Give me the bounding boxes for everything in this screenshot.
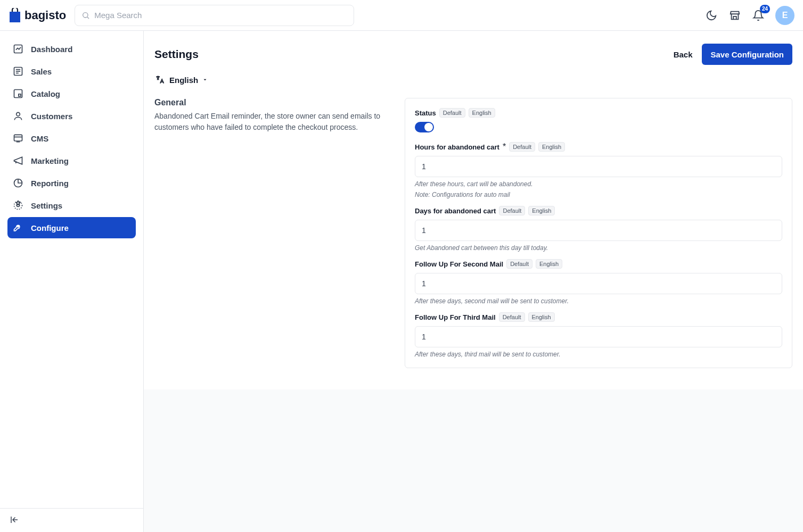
section-description: Abandoned Cart Email reminder, the store…	[154, 111, 383, 133]
scope-chip-default: Default	[499, 312, 525, 322]
settings-icon	[13, 200, 23, 211]
bag-icon	[9, 8, 21, 23]
save-configuration-button[interactable]: Save Configuration	[702, 44, 792, 65]
main-content: Settings Back Save Configuration English…	[144, 31, 803, 532]
notification-badge: 24	[760, 5, 770, 13]
svg-rect-9	[19, 94, 21, 96]
sidebar-item-label: Configure	[31, 223, 69, 232]
second-mail-help: After these days, second mail will be se…	[415, 297, 782, 305]
scope-chip-english: English	[538, 142, 565, 152]
header: bagisto 24 E	[0, 0, 803, 31]
svg-line-2	[87, 17, 89, 19]
search-input[interactable]	[94, 11, 347, 20]
status-label: Status	[415, 109, 436, 117]
scope-chip-english: English	[536, 259, 562, 269]
scope-chip-default: Default	[439, 108, 465, 118]
scope-chip-english: English	[528, 312, 555, 322]
dark-mode-toggle[interactable]	[705, 9, 718, 22]
svg-rect-0	[10, 12, 20, 22]
sidebar-item-marketing[interactable]: Marketing	[7, 150, 136, 171]
sidebar: Dashboard Sales Catalog Customers CMS Ma…	[0, 31, 144, 532]
days-input[interactable]	[415, 220, 782, 241]
required-marker: *	[503, 142, 506, 152]
sidebar-collapse-button[interactable]	[10, 515, 20, 526]
notifications-button[interactable]: 24	[752, 9, 765, 22]
search-icon	[81, 11, 90, 20]
sidebar-item-catalog[interactable]: Catalog	[7, 83, 136, 104]
store-switcher[interactable]	[728, 9, 741, 22]
hours-label: Hours for abandoned cart	[415, 143, 499, 151]
sales-icon	[13, 66, 23, 77]
sidebar-item-customers[interactable]: Customers	[7, 105, 136, 127]
translate-icon	[154, 74, 165, 85]
section-title: General	[154, 98, 383, 107]
marketing-icon	[13, 155, 23, 166]
scope-chip-english: English	[469, 108, 495, 118]
back-button[interactable]: Back	[674, 50, 693, 59]
days-label: Days for abandoned cart	[415, 207, 496, 215]
catalog-icon	[13, 88, 23, 99]
sidebar-item-label: Catalog	[31, 89, 60, 98]
customers-icon	[13, 111, 23, 121]
sidebar-item-label: CMS	[31, 134, 48, 143]
cms-icon	[13, 133, 23, 144]
svg-point-16	[14, 202, 22, 210]
third-mail-label: Follow Up For Third Mail	[415, 313, 496, 321]
svg-rect-11	[14, 135, 22, 141]
sidebar-item-label: Dashboard	[31, 45, 72, 54]
store-icon	[729, 10, 741, 21]
language-label: English	[169, 76, 198, 85]
sidebar-item-settings[interactable]: Settings	[7, 195, 136, 216]
sidebar-item-label: Settings	[31, 201, 62, 210]
sidebar-item-label: Sales	[31, 67, 52, 76]
scope-chip-default: Default	[499, 206, 525, 215]
third-mail-input[interactable]	[415, 326, 782, 347]
dashboard-icon	[13, 44, 23, 54]
page-title: Settings	[154, 48, 199, 61]
second-mail-input[interactable]	[415, 273, 782, 294]
second-mail-label: Follow Up For Second Mail	[415, 260, 503, 268]
third-mail-help: After these days, third mail will be sen…	[415, 351, 782, 358]
search-box[interactable]	[75, 5, 354, 26]
logo[interactable]: bagisto	[9, 8, 66, 23]
sidebar-item-label: Reporting	[31, 179, 69, 188]
sidebar-item-configure[interactable]: Configure	[7, 217, 136, 238]
avatar-initial: E	[782, 11, 788, 20]
status-toggle[interactable]	[415, 122, 434, 132]
scope-chip-default: Default	[509, 142, 535, 152]
sidebar-item-label: Customers	[31, 112, 72, 121]
brand-name: bagisto	[24, 9, 66, 22]
chevron-down-icon	[202, 77, 208, 82]
scope-chip-english: English	[528, 206, 555, 215]
collapse-icon	[10, 515, 19, 525]
hours-input[interactable]	[415, 156, 782, 177]
sidebar-item-sales[interactable]: Sales	[7, 61, 136, 82]
configure-icon	[13, 222, 23, 233]
form-panel: Status Default English Hours for abandon…	[405, 98, 792, 368]
svg-point-1	[83, 12, 88, 17]
days-help: Get Abandoned cart between this day till…	[415, 244, 782, 252]
sidebar-item-label: Marketing	[31, 156, 69, 165]
svg-point-10	[17, 112, 20, 116]
moon-icon	[706, 10, 717, 21]
sidebar-item-cms[interactable]: CMS	[7, 128, 136, 149]
reporting-icon	[13, 178, 23, 188]
sidebar-item-dashboard[interactable]: Dashboard	[7, 38, 136, 60]
lower-background	[144, 389, 803, 532]
language-select[interactable]: English	[154, 74, 208, 85]
scope-chip-default: Default	[506, 259, 532, 269]
sidebar-item-reporting[interactable]: Reporting	[7, 172, 136, 194]
header-actions: 24 E	[705, 6, 794, 25]
toggle-knob	[424, 123, 433, 131]
hours-help: After these hours, cart will be abandone…	[415, 180, 782, 188]
avatar[interactable]: E	[775, 6, 794, 25]
hours-note: Note: Configurations for auto mail	[415, 191, 782, 198]
